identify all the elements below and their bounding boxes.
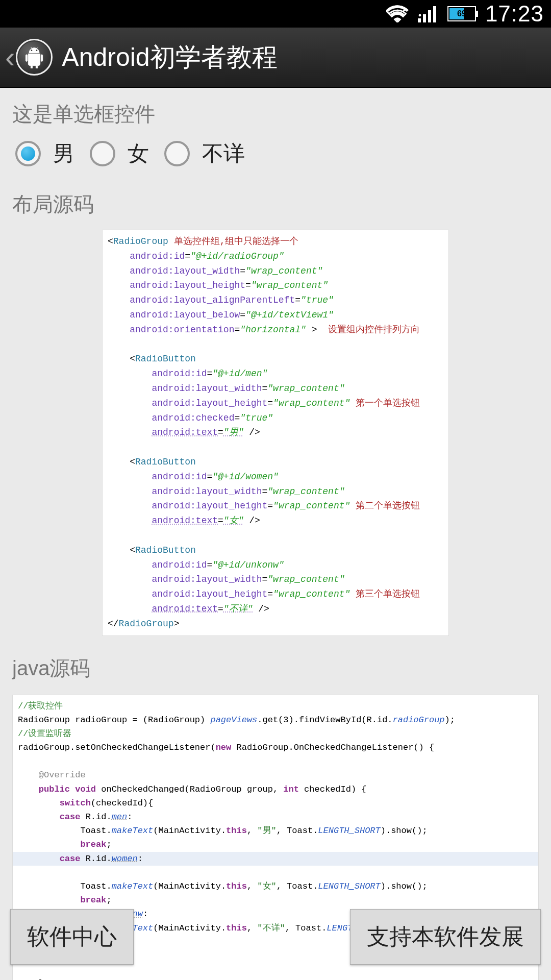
radio-female[interactable]: [90, 141, 115, 166]
radio-male-label: 男: [53, 139, 74, 168]
software-center-button[interactable]: 软件中心: [10, 909, 134, 965]
content: 这是单选框控件 男 女 不详 布局源码 <RadioGroup 单选控件组,组中…: [0, 88, 551, 980]
svg-point-4: [418, 14, 421, 17]
radio-female-label: 女: [128, 139, 149, 168]
layout-code-label: 布局源码: [12, 190, 539, 218]
status-bar: 69 17:23: [0, 0, 551, 28]
svg-rect-1: [423, 14, 426, 22]
radio-unknown-label: 不详: [202, 139, 245, 168]
svg-rect-0: [418, 18, 421, 22]
xml-code-block: <RadioGroup 单选控件组,组中只能选择一个 android:id="@…: [102, 230, 449, 636]
support-button[interactable]: 支持本软件发展: [350, 909, 541, 965]
bottom-bar: 软件中心 支持本软件发展: [10, 909, 541, 965]
wifi-icon: [386, 5, 409, 22]
signal-icon: [418, 5, 438, 22]
svg-point-6: [36, 50, 38, 51]
radio-male[interactable]: [15, 141, 41, 166]
radio-section-label: 这是单选框控件: [12, 100, 539, 128]
radio-group: 男 女 不详: [12, 139, 539, 168]
page-title: Android初学者教程: [62, 40, 277, 75]
back-icon[interactable]: ‹: [5, 42, 15, 72]
java-code-label: java源码: [12, 654, 539, 682]
radio-unknown[interactable]: [164, 141, 190, 166]
action-bar: ‹ Android初学者教程: [0, 28, 551, 88]
svg-rect-2: [428, 10, 431, 22]
svg-rect-3: [433, 6, 436, 22]
battery-icon: 69: [447, 6, 476, 21]
svg-point-5: [31, 50, 33, 51]
app-icon[interactable]: [16, 39, 53, 76]
battery-percent: 69: [457, 9, 466, 18]
status-time: 17:23: [485, 1, 544, 27]
